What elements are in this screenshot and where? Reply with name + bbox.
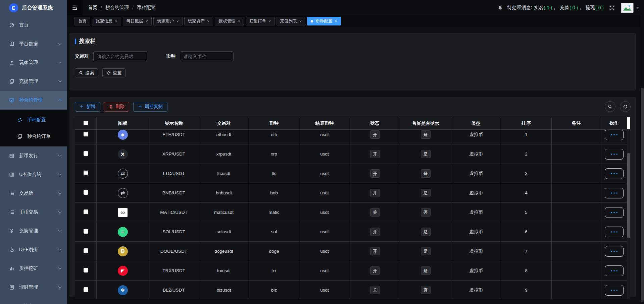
add-button[interactable]: 新增 — [75, 102, 100, 112]
tab-player-asset[interactable]: 玩家资产× — [184, 17, 213, 25]
delete-button[interactable]: 删除 — [104, 102, 129, 112]
status-badge: 开 — [370, 247, 380, 255]
row-more-actions-button[interactable] — [605, 265, 624, 276]
sidebar-item-finance-manage[interactable]: 理财管理 — [0, 278, 67, 297]
row-checkbox[interactable] — [84, 268, 88, 272]
first-screen-badge: 是 — [421, 247, 431, 255]
sidebar-item-coin-coin-trade[interactable]: 币币交易 — [0, 203, 67, 222]
bell-icon[interactable] — [497, 5, 503, 11]
row-checkbox[interactable] — [84, 151, 88, 156]
row-checkbox[interactable] — [84, 132, 88, 136]
tab-player-user[interactable]: 玩家用户× — [153, 17, 183, 25]
chevron-down-icon — [58, 266, 62, 269]
close-icon[interactable]: × — [268, 19, 271, 23]
sort-cell: 6 — [501, 222, 552, 242]
sidebar-item-stake-mining[interactable]: 质押挖矿 — [0, 259, 67, 278]
row-more-actions-button[interactable] — [605, 227, 624, 237]
close-icon[interactable]: × — [299, 19, 302, 23]
row-more-actions-button[interactable] — [605, 207, 624, 218]
chevron-down-icon — [58, 153, 62, 157]
coin-cell: xrp — [249, 144, 299, 164]
sidebar-item-deposit-withdraw-manage[interactable]: 充提管理 — [0, 72, 67, 91]
tab-collect-orders[interactable]: 归集订单× — [246, 17, 275, 25]
tab-account-change[interactable]: 账变信息× — [92, 17, 121, 25]
swap-placeholder-icon: ⇄ — [118, 188, 128, 198]
sidebar-item-u-margin-contract[interactable]: U本位合约 — [0, 165, 67, 184]
close-icon[interactable]: × — [115, 19, 117, 23]
sidebar-item-label: 兑换管理 — [19, 228, 59, 234]
sidebar-item-home[interactable]: 首页 — [0, 16, 67, 35]
breadcrumb-item-second-contract[interactable]: 秒合约管理 — [105, 5, 129, 11]
table-refresh-button[interactable] — [620, 101, 631, 112]
sidebar-item-new-coin-issue[interactable]: 新币发行 — [0, 146, 67, 165]
table-viewport: ◆ETH/USDTethusdtethusdt开是虚拟币1×XRP/USDTxr… — [75, 130, 630, 299]
sidebar-item-label: 交易所 — [19, 190, 59, 196]
row-more-actions-button[interactable] — [605, 188, 624, 198]
sidebar-item-second-contract-manage[interactable]: 秒合约管理 — [0, 91, 67, 110]
breadcrumb-item-coin-config[interactable]: 币种配置 — [137, 5, 156, 11]
period-copy-button[interactable]: 周期复制 — [133, 102, 167, 112]
close-icon[interactable]: × — [207, 19, 210, 23]
table-search-button[interactable] — [605, 101, 615, 112]
sidebar-fold-button[interactable] — [67, 0, 83, 15]
sidebar-item-label: 秒合约订单 — [27, 133, 61, 139]
tab-auth-manage[interactable]: 授权管理× — [215, 17, 244, 25]
row-checkbox[interactable] — [84, 229, 88, 234]
page-scrollbar[interactable] — [640, 0, 644, 304]
sidebar-item-platform-data[interactable]: 平台数据 — [0, 35, 67, 53]
search-button[interactable]: 搜索 — [75, 68, 98, 77]
chevron-down-icon — [58, 79, 62, 82]
close-icon[interactable]: × — [335, 19, 337, 23]
sidebar-item-second-contract-orders[interactable]: 秒合约订单 — [0, 128, 67, 144]
tab-recharge-list[interactable]: 充值列表× — [277, 17, 306, 25]
settle-coin-cell: usdt — [299, 222, 350, 242]
reset-button[interactable]: 重置 — [102, 68, 126, 77]
remark-cell — [552, 242, 601, 261]
pending-count-value: ( 0 ) — [595, 5, 604, 10]
row-checkbox[interactable] — [84, 171, 88, 175]
avatar[interactable] — [621, 3, 634, 13]
search-card-title-text: 搜索栏 — [79, 38, 95, 45]
row-more-actions-button[interactable] — [605, 285, 624, 296]
plus-icon — [80, 105, 84, 109]
table-row-xrp: ×XRP/USDTxrpusdtxrpusdt开是虚拟币2 — [75, 144, 627, 164]
close-icon[interactable]: × — [176, 19, 179, 23]
user-menu-caret-icon[interactable] — [636, 6, 639, 10]
row-checkbox[interactable] — [84, 209, 88, 214]
coin-input[interactable] — [180, 51, 234, 61]
type-cell: 虚拟币 — [451, 183, 501, 203]
select-all-checkbox[interactable] — [84, 121, 88, 125]
coin-cell: sol — [249, 222, 299, 242]
first-screen-cell: 是 — [400, 130, 451, 144]
chevron-down-icon — [58, 41, 62, 45]
sidebar-item-defi-mining[interactable]: DEFI挖矿 — [0, 240, 67, 259]
table-scrollbar-thumb[interactable] — [627, 153, 630, 238]
pair-input[interactable] — [93, 51, 147, 61]
tab-daily-data[interactable]: 每日数据× — [123, 17, 152, 25]
table-row-blz: ❄BLZ/USDTblzusdtblzusdt关否虚拟币9 — [75, 281, 627, 299]
page-scrollbar-thumb[interactable] — [641, 88, 644, 302]
table-scrollbar[interactable] — [627, 129, 630, 299]
close-icon[interactable]: × — [238, 19, 240, 23]
row-more-actions-button[interactable] — [605, 149, 624, 160]
row-more-actions-button[interactable] — [605, 168, 624, 179]
breadcrumb-item-home[interactable]: 首页 — [88, 5, 97, 11]
sidebar-item-swap-manage[interactable]: 兑换管理 — [0, 222, 67, 240]
row-more-actions-button[interactable] — [605, 130, 624, 140]
sidebar-item-player-manage[interactable]: 玩家管理 — [0, 53, 67, 72]
sidebar-item-exchange[interactable]: 交易所 — [0, 184, 67, 203]
more-dots-icon — [610, 231, 618, 233]
fullscreen-button[interactable] — [607, 5, 617, 11]
tab-coin-config[interactable]: 币种配置× — [307, 17, 341, 25]
row-more-actions-button[interactable] — [605, 246, 624, 257]
sidebar-item-ai-control[interactable]: AI控盘 — [0, 297, 67, 304]
sidebar-item-coin-config[interactable]: 币种配置 — [0, 112, 67, 128]
tab-home[interactable]: 首页 — [75, 17, 90, 25]
table-wrap: 图标显示名称交易对币种结算币种状态首屏是否显示类型排序备注操作 ◆ETH/USD… — [75, 117, 630, 299]
caret-down-icon — [636, 6, 639, 10]
close-icon[interactable]: × — [146, 19, 148, 23]
row-checkbox[interactable] — [84, 248, 88, 253]
row-checkbox[interactable] — [84, 287, 88, 292]
coin-icon-cell: × — [97, 144, 149, 164]
row-checkbox[interactable] — [84, 190, 88, 195]
